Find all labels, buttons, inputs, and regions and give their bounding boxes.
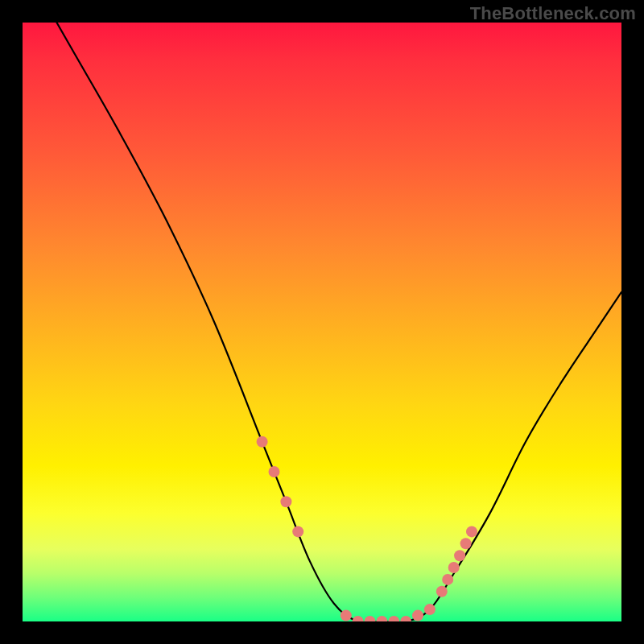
marker-dot [365, 616, 376, 621]
curve-path [23, 23, 621, 621]
highlighted-points [257, 436, 477, 621]
curve-layer [23, 23, 621, 621]
marker-dot [388, 616, 399, 621]
marker-dot [448, 562, 460, 573]
plot-area [23, 23, 621, 621]
marker-dot [436, 586, 448, 597]
marker-dot [280, 496, 291, 507]
marker-dot [341, 610, 352, 621]
marker-dot [269, 466, 280, 477]
watermark-text: TheBottleneck.com [470, 3, 636, 24]
marker-dot [442, 574, 453, 585]
marker-dot [454, 550, 465, 561]
chart-stage: TheBottleneck.com [0, 0, 644, 644]
marker-dot [376, 616, 387, 621]
bottleneck-curve [23, 23, 621, 621]
marker-dot [424, 604, 436, 615]
marker-dot [353, 616, 364, 621]
marker-dot [292, 526, 303, 537]
marker-dot [466, 526, 477, 537]
marker-dot [460, 538, 472, 549]
marker-dot [257, 436, 268, 448]
marker-dot [400, 616, 411, 621]
marker-dot [412, 610, 423, 621]
